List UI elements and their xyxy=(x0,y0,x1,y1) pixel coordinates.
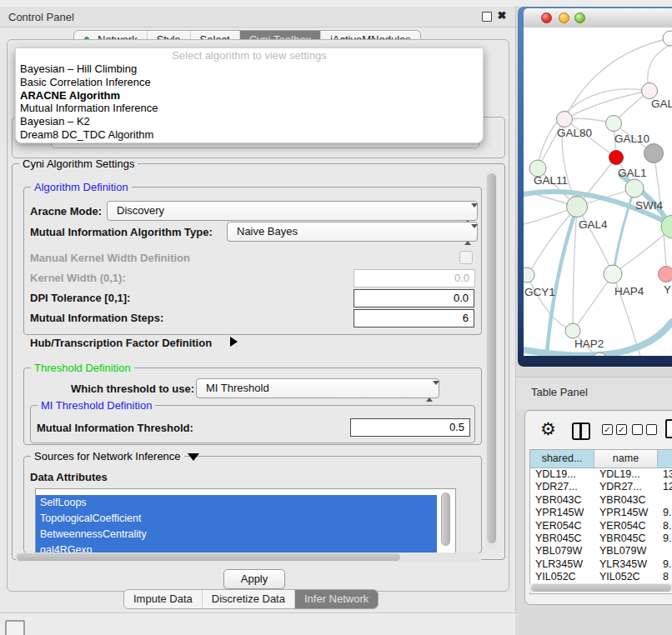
data-attributes-label: Data Attributes xyxy=(30,471,108,483)
algorithm-option[interactable]: Basic Correlation Inference xyxy=(16,76,483,89)
combo-arrows-icon xyxy=(464,205,471,217)
node-red[interactable] xyxy=(609,151,624,165)
node-salmon[interactable] xyxy=(659,267,672,282)
list-scrollbar[interactable] xyxy=(441,492,450,548)
algorithm-dropdown-prompt: Select algorithm to view settings xyxy=(16,48,483,62)
expand-arrow-icon[interactable] xyxy=(230,337,238,347)
algorithm-option[interactable]: Bayesian – Hill Climbing xyxy=(16,62,483,76)
manual-kernel-label: Manual Kernel Width Definition xyxy=(30,252,190,264)
collapse-arrow-icon[interactable] xyxy=(188,453,199,461)
table-row[interactable]: YLR345W YLR345W 9. xyxy=(530,558,672,571)
tab-infer-network[interactable]: Infer Network xyxy=(295,590,378,608)
mi-type-combo[interactable]: Naive Bayes xyxy=(227,222,478,242)
tab-discretize-data[interactable]: Discretize Data xyxy=(203,590,295,608)
close-icon[interactable]: ✖ xyxy=(497,11,507,21)
cell: YIL052C xyxy=(530,571,594,583)
table-row[interactable]: YBR045C YBR045C 9. xyxy=(530,532,672,545)
cell: 8. xyxy=(658,520,672,532)
column-header-shared[interactable]: shared... xyxy=(530,450,594,468)
algorithm-dropdown-popup: Select algorithm to view settings Bayesi… xyxy=(15,48,484,143)
columns-icon[interactable] xyxy=(572,422,590,440)
cell: YBR043C xyxy=(594,494,658,507)
node-gray[interactable] xyxy=(644,144,664,163)
cell: YER054C xyxy=(594,520,658,532)
algorithm-option[interactable]: Mutual Information Inference xyxy=(16,102,483,115)
float-window-icon[interactable] xyxy=(482,12,492,22)
network-canvas[interactable]: GAL GAL80 GAL10 GAL1 GAL11 GAL4 SWI4 GCY… xyxy=(524,28,672,356)
tab-impute-data[interactable]: Impute Data xyxy=(124,590,203,608)
node-label: GAL11 xyxy=(534,174,568,187)
combo-arrows-icon xyxy=(426,382,433,394)
unchecked-box-icon xyxy=(632,424,643,435)
apply-button[interactable]: Apply xyxy=(223,569,285,589)
table-row[interactable]: YBL079W YBL079W xyxy=(530,545,672,558)
table-row[interactable]: YIL052C YIL052C 8 xyxy=(530,571,672,583)
table-row[interactable]: YER054C YER054C 8. xyxy=(530,520,672,532)
table-panel-window: ⚙ ✓ ✓ shared... name YDL19... YDL19... 1… xyxy=(524,410,672,605)
algorithm-option-selected[interactable]: ARACNE Algorithm xyxy=(16,89,483,102)
select-all-checkboxes-icon[interactable]: ✓ ✓ xyxy=(602,424,627,435)
node-gal1[interactable] xyxy=(625,179,644,198)
table-panel-title: Table Panel xyxy=(531,386,588,398)
node-gal4[interactable] xyxy=(567,197,588,218)
table-header-row: shared... name xyxy=(530,450,672,468)
node-label: HAP4 xyxy=(614,285,644,298)
cell: YPR145W xyxy=(530,507,594,519)
aracne-mode-combo[interactable]: Discovery xyxy=(107,201,478,221)
table-row[interactable]: YBR043C YBR043C xyxy=(530,494,672,507)
which-threshold-combo[interactable]: MI Threshold xyxy=(196,378,439,398)
manual-kernel-checkbox[interactable] xyxy=(459,251,473,264)
node-gcy1[interactable] xyxy=(524,268,534,282)
node-hap2[interactable] xyxy=(565,323,580,338)
cell xyxy=(658,494,672,507)
list-item[interactable]: SelfLoops xyxy=(36,495,437,511)
zoom-traffic-light[interactable] xyxy=(574,12,585,23)
combo-arrows-icon xyxy=(464,226,471,238)
cell: 13 xyxy=(658,468,672,481)
kernel-width-field[interactable]: 0.0 xyxy=(354,269,475,288)
cell: 9. xyxy=(658,558,672,571)
close-traffic-light[interactable] xyxy=(541,12,552,23)
document-icon[interactable] xyxy=(665,419,672,438)
mi-threshold-field[interactable]: 0.5 xyxy=(350,418,470,437)
node-gal10[interactable] xyxy=(606,116,622,132)
cyni-bottom-tabbar: Impute Data Discretize Data Infer Networ… xyxy=(123,589,379,609)
screen: { "icons": { "close_glyph": "✖", "gear_g… xyxy=(0,0,672,635)
node-label: GCY1 xyxy=(524,286,555,298)
mi-steps-field[interactable]: 6 xyxy=(354,309,474,328)
algorithm-option[interactable]: Bayesian – K2 xyxy=(16,115,483,128)
node-gal-partial[interactable] xyxy=(642,83,658,99)
cell: 12 xyxy=(658,481,672,493)
tab-impute-data-label: Impute Data xyxy=(133,590,193,608)
node-gal80[interactable] xyxy=(557,112,573,128)
node-label: GAL80 xyxy=(557,127,592,139)
network-window-titlebar[interactable] xyxy=(524,8,672,28)
control-panel-title: Control Panel xyxy=(8,11,74,23)
cell: YBR043C xyxy=(530,494,594,507)
threshold-definition-label: Threshold Definition xyxy=(31,362,134,374)
node-hap4[interactable] xyxy=(604,265,622,283)
algorithm-option[interactable]: Dream8 DC_TDC Algorithm xyxy=(16,128,483,142)
cell: YDR27... xyxy=(530,481,594,493)
node-partial-top[interactable] xyxy=(663,31,672,46)
dpi-tolerance-field[interactable]: 0.0 xyxy=(354,289,474,308)
column-header-name[interactable]: name xyxy=(594,450,658,468)
docked-panel-icon[interactable] xyxy=(5,620,25,635)
table-horizontal-scrollbar[interactable] xyxy=(529,583,672,592)
table-row[interactable]: YPR145W YPR145W 9. xyxy=(530,507,672,519)
cell: YPR145W xyxy=(594,507,658,519)
settings-horizontal-scrollbar[interactable] xyxy=(15,552,482,562)
deselect-all-checkboxes-icon[interactable] xyxy=(632,424,657,435)
table-row[interactable]: YDL19... YDL19... 13 xyxy=(530,468,672,481)
table-row[interactable]: YDR27... YDR27... 12 xyxy=(530,481,672,493)
network-view-window: GAL GAL80 GAL10 GAL1 GAL11 GAL4 SWI4 GCY… xyxy=(518,7,672,367)
list-item[interactable]: BetweennessCentrality xyxy=(36,527,437,542)
list-item[interactable]: TopologicalCoefficient xyxy=(36,511,437,527)
settings-vertical-scrollbar[interactable] xyxy=(486,170,497,550)
minimize-traffic-light[interactable] xyxy=(559,12,569,23)
cell: YDR27... xyxy=(594,481,658,493)
column-header-partial[interactable] xyxy=(658,450,672,468)
sources-group-label: Sources for Network Inference xyxy=(31,450,184,462)
gear-icon[interactable]: ⚙ xyxy=(540,420,556,438)
which-threshold-value: MI Threshold xyxy=(206,382,269,394)
